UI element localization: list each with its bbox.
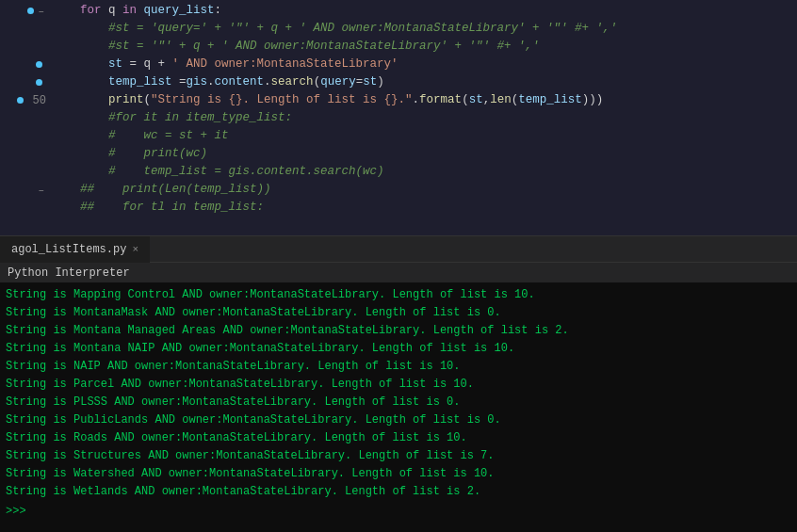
output-line-8: String is PublicLands AND owner:MontanaS… [6, 411, 791, 429]
breakpoint-dot [36, 79, 42, 86]
gutter-row-4 [0, 56, 52, 73]
line-number-50: 50 [27, 94, 46, 107]
code-line-2: #st = 'query=' + '"' + q + ' AND owner:M… [52, 20, 797, 38]
breakpoint-dot [27, 8, 34, 14]
output-line-2: String is MontanaMask AND owner:MontanaS… [6, 304, 791, 322]
output-line-9: String is Roads AND owner:MontanaStateLi… [6, 429, 791, 447]
gutter-row-5 [0, 73, 52, 91]
tab-filename: agol_ListItems.py [11, 243, 126, 256]
code-editor: – 50 [0, 0, 797, 235]
code-line-7: #for it in item_type_list: [52, 109, 797, 127]
gutter-row-7 [0, 109, 52, 127]
app-window: – 50 [0, 0, 797, 532]
gutter-row-1: – [0, 2, 52, 20]
gutter-row-2 [0, 20, 52, 38]
tab-bar: agol_ListItems.py × [0, 235, 797, 262]
code-line-9: # print(wc) [52, 145, 797, 163]
fold-minus: – [38, 6, 44, 17]
gutter-row-8 [0, 127, 52, 145]
code-line-6: print ( "String is {}. Length of list is… [52, 91, 797, 109]
gutter-row-12 [0, 199, 52, 217]
output-line-1: String is Mapping Control AND owner:Mont… [6, 286, 791, 304]
tab-close-button[interactable]: × [132, 244, 138, 255]
gutter-row-9 [0, 145, 52, 163]
code-line-5: temp_list = gis . content . search ( que… [52, 73, 797, 91]
output-line-4: String is Montana NAIP AND owner:Montana… [6, 340, 791, 358]
python-output: String is Mapping Control AND owner:Mont… [0, 282, 797, 532]
tab-agol-listitems[interactable]: agol_ListItems.py × [0, 236, 150, 263]
gutter-row-11: – [0, 181, 52, 199]
fold-minus: – [38, 185, 44, 196]
code-line-11: ## print(Len(temp_list)) [52, 181, 797, 199]
code-content: for q in query_list : #st = 'query=' + '… [52, 0, 797, 235]
code-line-3: #st = '"' + q + ' AND owner:MontanaState… [52, 38, 797, 56]
gutter-row-10 [0, 163, 52, 181]
python-prompt[interactable]: >>> [6, 503, 791, 521]
code-line-1: for q in query_list : [52, 2, 797, 20]
output-line-12: String is Wetlands AND owner:MontanaStat… [6, 483, 791, 501]
output-line-6: String is Parcel AND owner:MontanaStateL… [6, 376, 791, 394]
gutter-row-6: 50 [0, 91, 52, 109]
breakpoint-dot [17, 97, 24, 104]
code-line-10: # temp_list = gis.content.search(wc) [52, 163, 797, 181]
interpreter-header: Python Interpreter [0, 262, 797, 282]
output-line-7: String is PLSSS AND owner:MontanaStateLi… [6, 394, 791, 411]
code-line-12: ## for tl in temp_list: [52, 199, 797, 217]
code-line-4: st = q + ' AND owner:MontanaStateLibrary… [52, 56, 797, 73]
output-line-11: String is Watershed AND owner:MontanaSta… [6, 465, 791, 483]
output-line-3: String is Montana Managed Areas AND owne… [6, 322, 791, 340]
code-line-8: # wc = st + it [52, 127, 797, 145]
line-gutter: – 50 [0, 0, 52, 235]
interpreter-title: Python Interpreter [8, 266, 130, 280]
output-line-5: String is NAIP AND owner:MontanaStateLib… [6, 358, 791, 376]
breakpoint-dot [36, 61, 42, 68]
gutter-row-3 [0, 38, 52, 56]
output-line-10: String is Structures AND owner:MontanaSt… [6, 447, 791, 465]
